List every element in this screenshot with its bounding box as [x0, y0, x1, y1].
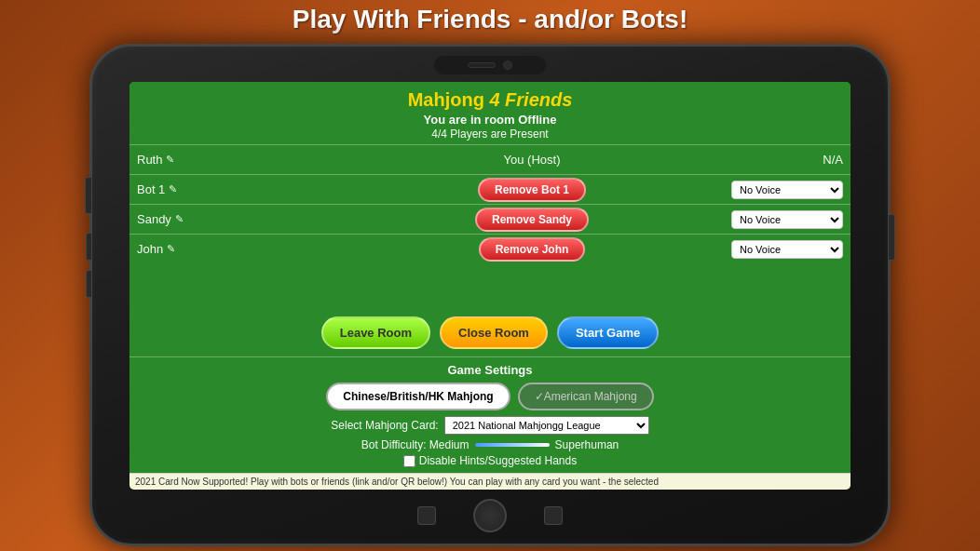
player-action-ruth: You (Host)	[342, 153, 722, 167]
na-label: N/A	[823, 153, 843, 167]
voice-select-john[interactable]: No Voice	[731, 240, 843, 259]
player-name-sandy: Sandy ✎	[137, 212, 342, 226]
player-extra-john: No Voice	[722, 240, 843, 259]
player-name-bot1: Bot 1 ✎	[137, 182, 342, 196]
action-buttons: Leave Room Close Room Start Game	[129, 309, 851, 356]
room-label: You are in room Offline	[133, 113, 847, 127]
difficulty-right: Superhuman	[555, 438, 619, 451]
speaker-dot	[468, 62, 496, 68]
card-select[interactable]: 2021 National Mahjongg League	[444, 416, 649, 435]
players-label: 4/4 Players are Present	[133, 128, 847, 141]
phone-wrapper: SAMSUNG Mahjong 4 Friends You are in roo…	[89, 44, 891, 546]
players-table: Ruth ✎ You (Host) N/A Bot 1 ✎	[129, 144, 851, 309]
voice-select-bot1[interactable]: No Voice	[731, 181, 843, 199]
home-area	[417, 499, 563, 532]
camera-bar	[434, 56, 546, 74]
phone-body: SAMSUNG Mahjong 4 Friends You are in roo…	[89, 44, 891, 546]
game-settings: Game Settings Chinese/British/HK Mahjong…	[129, 356, 851, 473]
hints-row: Disable Hints/Suggested Hands	[137, 454, 843, 467]
leave-room-button[interactable]: Leave Room	[321, 316, 430, 349]
voice-select-sandy[interactable]: No Voice	[731, 210, 843, 229]
player-row-bot1: Bot 1 ✎ Remove Bot 1 No Voice	[129, 174, 851, 204]
player-action-john: Remove John	[342, 237, 722, 262]
player-name-john: John ✎	[137, 242, 342, 256]
edit-icon-ruth: ✎	[166, 154, 174, 166]
edit-icon-john: ✎	[167, 243, 175, 255]
game-header: Mahjong 4 Friends You are in room Offlin…	[129, 82, 851, 144]
difficulty-label: Bot Difficulty: Medium	[361, 438, 470, 451]
vol-down-button[interactable]	[86, 270, 92, 298]
recent-button[interactable]	[544, 506, 563, 525]
player-extra-bot1: No Voice	[722, 181, 843, 199]
game-title: Mahjong 4 Friends	[133, 89, 847, 111]
player-extra-sandy: No Voice	[722, 210, 843, 229]
mahjong-type-row: Chinese/British/HK Mahjong ✓American Mah…	[137, 383, 843, 410]
difficulty-slider[interactable]	[475, 443, 550, 447]
difficulty-row: Bot Difficulty: Medium Superhuman	[137, 438, 843, 451]
power-button[interactable]	[85, 177, 92, 214]
close-room-button[interactable]: Close Room	[440, 316, 548, 349]
player-row-sandy: Sandy ✎ Remove Sandy No Voice	[129, 204, 851, 234]
bottom-note: 2021 Card Now Supported! Play with bots …	[129, 473, 851, 490]
edit-icon-bot1: ✎	[169, 183, 177, 195]
start-game-button[interactable]: Start Game	[557, 316, 659, 349]
player-row-ruth: Ruth ✎ You (Host) N/A	[129, 144, 851, 174]
edit-icon-sandy: ✎	[175, 213, 184, 225]
player-extra-ruth: N/A	[722, 153, 843, 167]
player-row-john: John ✎ Remove John No Voice	[129, 234, 851, 263]
difficulty-slider-wrapper	[475, 443, 550, 447]
select-card-row: Select Mahjong Card: 2021 National Mahjo…	[137, 416, 843, 435]
vol-up-button[interactable]	[86, 233, 92, 261]
remove-sandy-button[interactable]: Remove Sandy	[475, 208, 589, 232]
select-card-label: Select Mahjong Card:	[331, 419, 438, 432]
home-button[interactable]	[473, 499, 507, 532]
settings-title: Game Settings	[137, 363, 843, 377]
page-title-bar: Play With Friends - and/or Bots!	[293, 5, 687, 34]
type-american-button[interactable]: ✓American Mahjong	[518, 383, 654, 410]
title-main: Mahjong	[408, 89, 484, 110]
remove-bot1-button[interactable]: Remove Bot 1	[478, 178, 586, 202]
you-host-label: You (Host)	[504, 153, 561, 167]
title-sub: 4 Friends	[489, 89, 572, 110]
player-action-sandy: Remove Sandy	[342, 208, 722, 232]
player-name-ruth: Ruth ✎	[137, 153, 342, 167]
remove-john-button[interactable]: Remove John	[479, 237, 586, 262]
camera-dot	[503, 60, 512, 70]
hints-label: Disable Hints/Suggested Hands	[419, 454, 577, 467]
right-button[interactable]	[888, 214, 895, 261]
back-button[interactable]	[417, 506, 436, 525]
screen: Mahjong 4 Friends You are in room Offlin…	[129, 82, 851, 490]
hints-checkbox[interactable]	[403, 455, 415, 467]
player-action-bot1: Remove Bot 1	[342, 178, 722, 202]
type-chinese-button[interactable]: Chinese/British/HK Mahjong	[326, 383, 510, 410]
